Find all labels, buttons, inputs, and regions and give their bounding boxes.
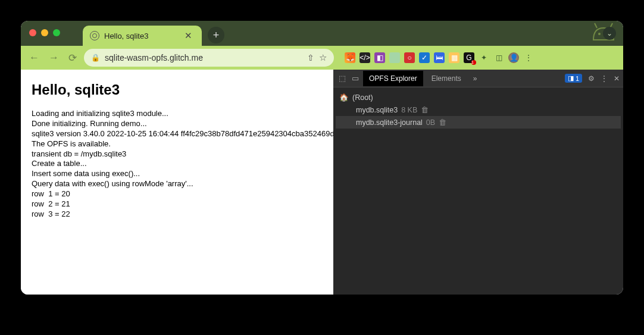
log-line: transient db = /mydb.sqlite3: [32, 149, 323, 159]
avatar-icon[interactable]: 👤: [508, 52, 519, 63]
extension-icons: 🦊 </> ◧ ○ ✓ 🛏 ▦ G1 ✦ ◫ 👤 ⋮: [345, 52, 534, 63]
extension-icon-8[interactable]: ▦: [449, 52, 459, 63]
new-tab-button[interactable]: +: [208, 27, 224, 43]
maximize-window-button[interactable]: [53, 29, 60, 36]
file-name: mydb.sqlite3: [356, 106, 398, 114]
tree-root[interactable]: 🏠 (Root): [336, 91, 621, 104]
back-button[interactable]: ←: [27, 49, 42, 66]
browser-window: Hello, sqlite3 ✕ + ⌄ ← → ⟳ 🔒 sqlite-wasm…: [21, 21, 623, 295]
log-line: row 2 = 21: [32, 199, 323, 209]
toolbar: ← → ⟳ 🔒 sqlite-wasm-opfs.glitch.me ⇧ ☆ 🦊…: [21, 46, 623, 70]
inspect-element-icon[interactable]: ⬚: [337, 72, 348, 84]
extension-icon-3[interactable]: ◧: [374, 52, 385, 63]
close-window-button[interactable]: [29, 29, 36, 36]
share-icon[interactable]: ⇧: [307, 53, 314, 62]
device-toggle-icon[interactable]: ▭: [350, 72, 361, 84]
file-name: mydb.sqlite3-journal: [356, 118, 423, 127]
extension-icon-9[interactable]: G1: [464, 52, 474, 63]
root-label: (Root): [352, 93, 373, 102]
side-panel-icon[interactable]: ◫: [493, 52, 504, 63]
home-icon: 🏠: [339, 93, 349, 102]
reload-button[interactable]: ⟳: [66, 49, 79, 67]
devtools-tabbar: ⬚ ▭ OPFS Explorer Elements » ◨ 1 ⚙ ⋮ ✕: [333, 70, 623, 87]
log-line: row 3 = 22: [32, 209, 323, 220]
tab-strip: Hello, sqlite3 ✕ + ⌄: [21, 21, 623, 46]
close-devtools-button[interactable]: ✕: [614, 74, 620, 83]
extension-icon-2[interactable]: </>: [359, 52, 370, 63]
extension-icon-4[interactable]: [389, 52, 400, 63]
delete-file-icon[interactable]: 🗑: [421, 105, 429, 114]
log-line: sqlite3 version 3.40.0 2022-10-25 16:04:…: [32, 129, 323, 139]
puzzle-icon[interactable]: ✦: [479, 52, 489, 63]
content-area: Hello, sqlite3 Loading and initializing …: [21, 70, 623, 295]
globe-icon: [90, 31, 99, 40]
file-row[interactable]: mydb.sqlite3-journal 0B 🗑: [336, 116, 621, 129]
extension-icon-5[interactable]: ○: [404, 52, 415, 63]
extension-icon-6[interactable]: ✓: [419, 52, 430, 63]
log-line: Done initializing. Running demo...: [32, 119, 323, 129]
log-line: row 1 = 20: [32, 189, 323, 199]
browser-tab[interactable]: Hello, sqlite3 ✕: [83, 26, 202, 46]
file-row[interactable]: mydb.sqlite3 8 KB 🗑: [336, 104, 621, 116]
address-bar[interactable]: 🔒 sqlite-wasm-opfs.glitch.me ⇧ ☆: [84, 49, 334, 67]
bookmark-star-icon[interactable]: ☆: [319, 52, 327, 63]
log-line: Loading and initializing sqlite3 module.…: [32, 109, 323, 119]
lock-icon: 🔒: [91, 54, 100, 62]
file-size: 8 KB: [401, 106, 417, 114]
page-heading: Hello, sqlite3: [32, 82, 323, 98]
chrome-menu-icon[interactable]: ⋮: [523, 52, 534, 63]
devtools-menu-icon[interactable]: ⋮: [601, 74, 608, 83]
extension-icon-7[interactable]: 🛏: [434, 52, 445, 63]
log-line: Insert some data using exec()...: [32, 169, 323, 179]
window-controls: [29, 29, 60, 36]
forward-button[interactable]: →: [46, 49, 61, 66]
tab-opfs-explorer[interactable]: OPFS Explorer: [363, 71, 423, 86]
more-tabs-icon[interactable]: »: [470, 74, 481, 83]
tab-elements[interactable]: Elements: [426, 71, 467, 86]
file-size: 0B: [426, 118, 435, 127]
log-line: Create a table...: [32, 159, 323, 169]
chrome-profile-button[interactable]: ⌄: [603, 27, 616, 40]
url-text: sqlite-wasm-opfs.glitch.me: [105, 53, 302, 62]
log-line: Query data with exec() using rowMode 'ar…: [32, 179, 323, 189]
svg-point-0: [598, 33, 601, 35]
devtools-panel: ⬚ ▭ OPFS Explorer Elements » ◨ 1 ⚙ ⋮ ✕ 🏠…: [333, 70, 623, 295]
extension-icon-1[interactable]: 🦊: [345, 52, 355, 63]
minimize-window-button[interactable]: [41, 29, 48, 36]
console-log: Loading and initializing sqlite3 module.…: [32, 109, 323, 220]
opfs-tree: 🏠 (Root) mydb.sqlite3 8 KB 🗑 mydb.sqlite…: [333, 87, 623, 132]
tab-title: Hello, sqlite3: [104, 32, 177, 40]
delete-file-icon[interactable]: 🗑: [439, 118, 446, 127]
log-line: The OPFS is available.: [32, 139, 323, 149]
page-content: Hello, sqlite3 Loading and initializing …: [21, 70, 333, 295]
close-tab-button[interactable]: ✕: [182, 30, 195, 41]
settings-gear-icon[interactable]: ⚙: [588, 74, 595, 83]
issues-badge[interactable]: ◨ 1: [565, 74, 582, 83]
